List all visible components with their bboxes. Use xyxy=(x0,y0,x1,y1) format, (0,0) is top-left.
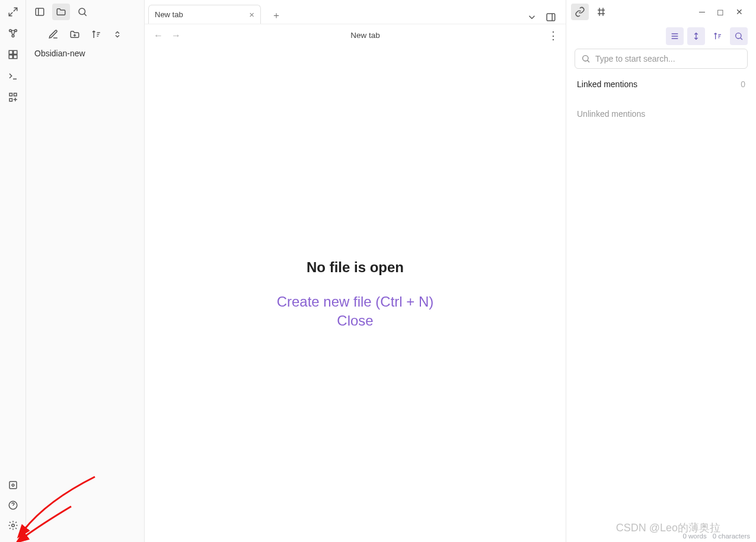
no-file-message: No file is open xyxy=(307,259,404,276)
settings-icon[interactable] xyxy=(6,518,20,533)
content-title: New tab xyxy=(187,31,543,40)
svg-point-18 xyxy=(583,56,588,61)
backlinks-toolbar xyxy=(566,24,756,49)
unlinked-mentions-row[interactable]: Unlinked mentions xyxy=(577,106,745,122)
svg-rect-4 xyxy=(13,50,17,54)
graph-icon[interactable] xyxy=(6,26,20,40)
unlinked-mentions-label: Unlinked mentions xyxy=(577,109,645,119)
sidebar: Obsidian-new xyxy=(26,0,145,542)
collapse-results-icon[interactable] xyxy=(666,27,684,45)
linked-mentions-count: 0 xyxy=(741,79,745,89)
svg-rect-16 xyxy=(547,14,555,21)
window-close-icon[interactable]: ✕ xyxy=(736,7,743,17)
tab[interactable]: New tab × xyxy=(148,5,261,24)
ribbon xyxy=(0,0,26,542)
backlink-search[interactable] xyxy=(575,49,748,69)
main-area: New tab × ＋ ← → New tab ⋮ No file is ope… xyxy=(145,0,566,542)
svg-point-15 xyxy=(79,8,85,15)
linked-mentions-row[interactable]: Linked mentions 0 xyxy=(577,76,745,93)
help-icon[interactable] xyxy=(6,498,20,512)
templates-icon[interactable] xyxy=(6,90,20,104)
svg-point-13 xyxy=(11,524,14,527)
status-words: 0 words xyxy=(682,533,706,540)
svg-point-2 xyxy=(12,35,14,37)
new-note-icon[interactable] xyxy=(48,29,59,40)
toggle-right-sidebar-icon[interactable] xyxy=(544,11,557,24)
sort-icon[interactable] xyxy=(91,29,101,40)
window-controls: ─ ◻ ✕ xyxy=(699,7,751,17)
right-panel: ─ ◻ ✕ Linked mentions 0 Unlinked mention… xyxy=(566,0,756,542)
linked-mentions-label: Linked mentions xyxy=(577,79,637,89)
content-header: ← → New tab ⋮ xyxy=(145,24,566,46)
content-body: No file is open Create new file (Ctrl + … xyxy=(145,46,566,542)
window-minimize-icon[interactable]: ─ xyxy=(699,7,705,17)
search-icon xyxy=(581,54,591,63)
svg-rect-14 xyxy=(36,8,44,15)
backlink-search-input[interactable] xyxy=(595,54,741,63)
svg-rect-7 xyxy=(9,93,12,96)
window-maximize-icon[interactable]: ◻ xyxy=(717,7,724,17)
statusbar: 0 words 0 characters xyxy=(682,533,750,540)
new-folder-icon[interactable] xyxy=(69,29,80,40)
svg-rect-10 xyxy=(9,482,17,489)
svg-point-17 xyxy=(736,33,741,39)
tab-close-icon[interactable]: × xyxy=(249,9,254,20)
svg-rect-3 xyxy=(9,50,12,54)
tab-label: New tab xyxy=(155,10,183,19)
new-tab-button[interactable]: ＋ xyxy=(268,7,285,24)
close-link[interactable]: Close xyxy=(337,313,373,329)
file-explorer-tab[interactable] xyxy=(52,4,70,20)
svg-rect-9 xyxy=(9,98,12,101)
tabbar: New tab × ＋ xyxy=(145,0,566,24)
canvas-icon[interactable] xyxy=(6,47,20,62)
tags-tab[interactable] xyxy=(592,4,610,20)
svg-rect-5 xyxy=(9,55,12,59)
collapse-all-icon[interactable] xyxy=(112,29,123,40)
create-file-link[interactable]: Create new file (Ctrl + N) xyxy=(277,294,434,310)
status-chars: 0 characters xyxy=(713,533,750,540)
collapse-sidebar-icon[interactable] xyxy=(31,4,49,20)
command-icon[interactable] xyxy=(6,69,20,83)
sort-results-icon[interactable] xyxy=(709,27,726,45)
svg-point-11 xyxy=(12,484,14,486)
vault-name[interactable]: Obsidian-new xyxy=(34,47,136,59)
search-tab[interactable] xyxy=(74,4,91,20)
show-search-icon[interactable] xyxy=(730,27,748,45)
vault-icon[interactable] xyxy=(6,478,20,492)
svg-rect-8 xyxy=(14,93,17,96)
svg-rect-6 xyxy=(13,55,17,59)
nav-forward-icon[interactable]: → xyxy=(170,30,183,41)
tab-dropdown-icon[interactable] xyxy=(525,11,538,24)
backlinks-tab[interactable] xyxy=(571,4,589,20)
quick-switcher-icon[interactable] xyxy=(6,5,20,19)
show-context-icon[interactable] xyxy=(687,27,705,45)
nav-back-icon[interactable]: ← xyxy=(152,30,165,41)
explorer-header xyxy=(26,24,144,45)
more-options-icon[interactable]: ⋮ xyxy=(548,30,559,41)
